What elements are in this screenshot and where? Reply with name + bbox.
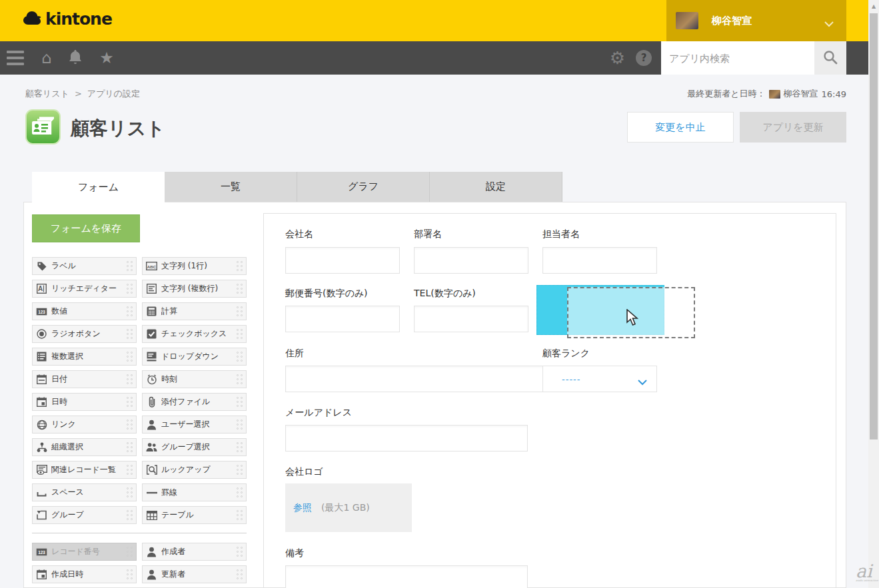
palette-field-datetime[interactable]: 作成日時 [32,565,137,583]
field-label-zip: 郵便番号(数字のみ) [285,288,368,300]
field-label-email: メールアドレス [285,407,352,419]
palette-field-attachment[interactable]: 添付ファイル [142,393,247,411]
chevron-down-icon [824,17,834,30]
scrollbar-up-arrow[interactable]: ▲ [868,0,879,12]
favorites-star-icon[interactable]: ★ [99,50,114,66]
system-field-palette: 123 レコード番号 作成者 作成日時 更新者 [32,543,247,583]
field-palette: ラベル ABC 文字列 (1行) A リッチエディター 文字列 (複数行) 12… [32,257,247,524]
space-icon [36,487,47,498]
field-input-zip[interactable] [285,306,400,332]
hamburger-menu-icon[interactable] [7,51,24,65]
field-input-email[interactable] [285,425,528,451]
palette-field-space[interactable]: スペース [32,483,137,501]
drag-handle-icon [237,397,243,408]
drag-handle-icon [237,420,243,430]
tab-list[interactable]: 一覧 [165,172,297,202]
browse-link[interactable]: 参照 [293,502,312,514]
field-label-address: 住所 [285,348,304,360]
field-input-tel[interactable] [414,306,528,332]
field-input-person[interactable] [542,247,657,274]
drag-handle-icon [127,510,133,521]
home-icon[interactable]: ⌂ [41,50,51,66]
abc-icon: ABC [146,260,157,272]
page-title: 顧客リスト [71,116,165,141]
palette-field-hr[interactable]: 罫線 [142,483,247,501]
settings-tabs: フォーム 一覧 グラフ 設定 [32,172,562,202]
vertical-scrollbar[interactable]: ▲ [868,0,879,588]
datetime-icon [36,396,47,408]
svg-text:ABC: ABC [147,264,157,269]
palette-field-num123[interactable]: 123 数値 [32,302,137,320]
form-preview: 会社名 部署名 担当者名 郵便番号(数字のみ) TEL(数字のみ) 住所 顧客ラ… [263,213,836,588]
palette-field-user[interactable]: ユーザー選択 [142,416,247,434]
field-label-tel: TEL(数字のみ) [414,288,476,300]
time-icon [146,374,157,385]
breadcrumb-separator: > [75,89,82,99]
drag-handle-icon [127,487,133,498]
palette-field-tag[interactable]: ラベル [32,257,137,275]
drag-handle-icon [127,442,133,453]
field-input-department[interactable] [414,247,528,274]
drag-handle-icon [237,329,243,340]
palette-field-time[interactable]: 時刻 [142,370,247,388]
palette-field-group[interactable]: グループ [32,506,137,524]
kintone-logo[interactable]: kintone [23,9,112,29]
breadcrumb: 顧客リスト>アプリの設定 [25,88,140,100]
drag-handle-icon [237,510,243,521]
notifications-bell-icon[interactable] [69,49,82,67]
palette-field-date[interactable]: 日付 [32,370,137,388]
breadcrumb-app-link[interactable]: 顧客リスト [25,89,69,99]
palette-field-multiline[interactable]: 文字列 (複数行) [142,280,247,298]
drag-handle-icon [127,465,133,475]
attachment-icon [146,396,157,408]
palette-field-users[interactable]: グループ選択 [142,438,247,456]
palette-field-link[interactable]: リンク [32,416,137,434]
breadcrumb-current: アプリの設定 [87,89,140,99]
palette-field-radio[interactable]: ラジオボタン [32,325,137,343]
top-bar: kintone 柳谷智宣 [0,0,868,41]
palette-field-multiselect[interactable]: 複数選択 [32,348,137,366]
user-menu[interactable]: 柳谷智宣 [666,0,846,41]
palette-field-related[interactable]: 関連レコード一覧 [32,461,137,479]
palette-field-user[interactable]: 作成者 [142,543,247,561]
nav-bar: ⌂ ★ ⚙ ? [0,41,868,75]
group-icon [36,509,47,521]
help-icon[interactable]: ? [636,50,652,66]
tab-settings[interactable]: 設定 [430,172,562,202]
dropdown-icon [146,351,157,362]
date-icon [36,374,47,385]
scrollbar-thumb[interactable] [870,13,878,440]
settings-gear-icon[interactable]: ⚙ [610,48,625,68]
save-form-button[interactable]: フォームを保存 [32,214,140,242]
org-icon [36,441,47,453]
palette-field-abc[interactable]: ABC 文字列 (1行) [142,257,247,275]
palette-field-dropdown[interactable]: ドロップダウン [142,348,247,366]
palette-field-rich[interactable]: A リッチエディター [32,280,137,298]
palette-field-table[interactable]: テーブル [142,506,247,524]
search-input[interactable] [661,41,814,75]
palette-divider [32,533,247,533]
datetime-icon [36,569,47,580]
palette-field-checkbox[interactable]: チェックボックス [142,325,247,343]
cancel-changes-button[interactable]: 変更を中止 [627,112,734,143]
drag-handle-icon [127,569,133,580]
hr-icon [146,487,157,498]
palette-field-num123[interactable]: 123 レコード番号 [32,543,137,561]
palette-field-org[interactable]: 組織選択 [32,438,137,456]
drag-handle-icon [237,352,243,362]
palette-field-lookup[interactable]: ルックアップ [142,461,247,479]
tab-form[interactable]: フォーム [32,172,165,202]
search-button[interactable] [814,41,846,75]
svg-text:123: 123 [38,549,45,554]
field-dropdown-rank[interactable]: ----- [542,366,657,392]
field-input-company[interactable] [285,247,400,274]
field-input-note[interactable] [285,565,528,588]
calculator-icon [146,306,157,317]
tab-graph[interactable]: グラフ [297,172,430,202]
num123-icon: 123 [36,546,47,557]
update-app-button[interactable]: アプリを更新 [740,112,846,143]
palette-field-datetime[interactable]: 日時 [32,393,137,411]
palette-field-user[interactable]: 更新者 [142,565,247,583]
palette-field-calculator[interactable]: 計算 [142,302,247,320]
tag-icon [36,260,47,272]
